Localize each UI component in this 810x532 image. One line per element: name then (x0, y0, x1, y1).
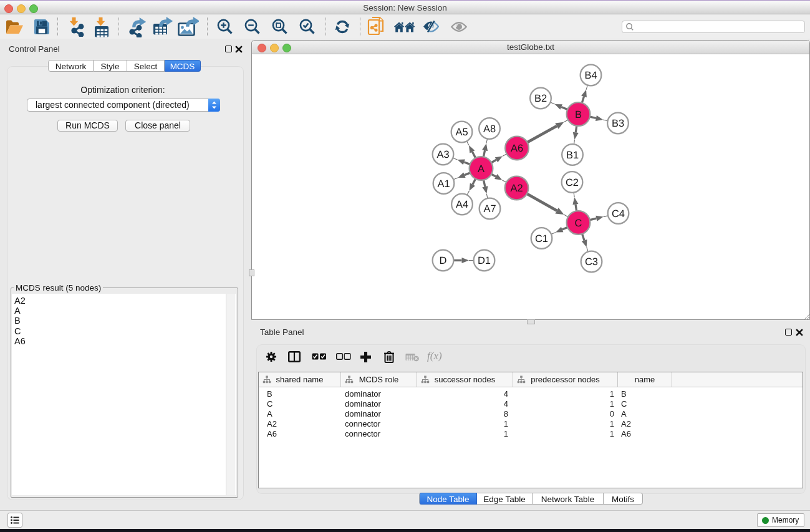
svg-text:B4: B4 (584, 70, 597, 81)
svg-text:C: C (575, 217, 582, 228)
svg-text:B1: B1 (566, 149, 579, 160)
svg-text:A: A (478, 163, 485, 174)
svg-text:A1: A1 (437, 178, 450, 189)
svg-text:A4: A4 (456, 199, 468, 210)
svg-text:A6: A6 (511, 143, 523, 154)
svg-text:A8: A8 (483, 123, 496, 134)
svg-text:C4: C4 (612, 208, 625, 219)
svg-text:B2: B2 (534, 93, 547, 104)
svg-text:A7: A7 (483, 203, 496, 215)
svg-text:A3: A3 (436, 149, 449, 160)
svg-text:B: B (575, 109, 582, 120)
svg-text:C1: C1 (535, 233, 548, 244)
svg-text:A5: A5 (455, 127, 468, 138)
svg-text:C3: C3 (585, 256, 598, 268)
svg-text:B3: B3 (612, 118, 624, 129)
svg-text:C2: C2 (566, 177, 579, 188)
svg-text:D1: D1 (478, 255, 491, 266)
svg-text:D: D (440, 255, 447, 266)
svg-text:A2: A2 (510, 183, 523, 194)
